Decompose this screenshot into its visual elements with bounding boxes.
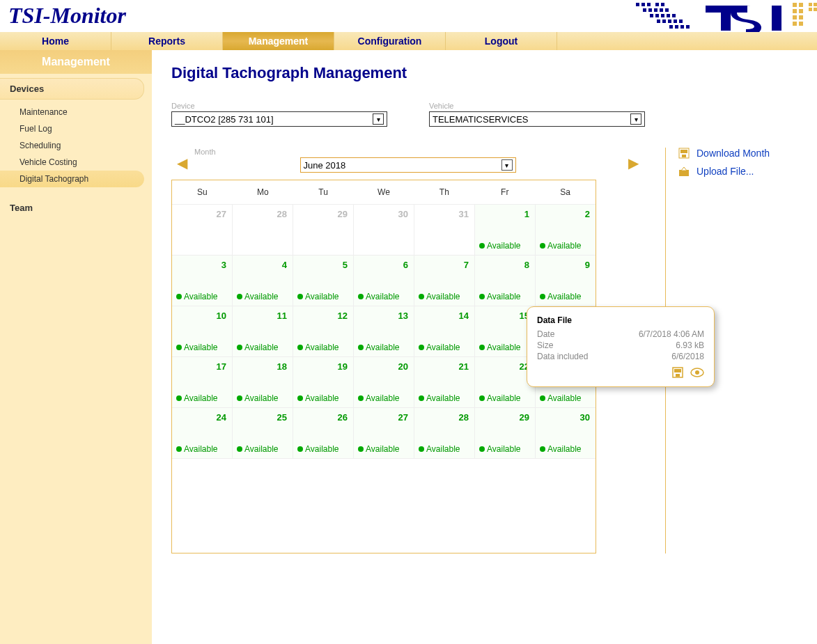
svg-rect-26: [772, 6, 781, 31]
next-month-button[interactable]: ▶: [628, 155, 639, 173]
available-badge: Available: [419, 444, 460, 454]
day-number: 17: [217, 361, 226, 372]
svg-rect-13: [667, 14, 670, 17]
calendar-day[interactable]: 11Available: [233, 306, 293, 357]
calendar-day[interactable]: 29Available: [475, 408, 536, 459]
month-label: Month: [194, 148, 216, 156]
calendar-day[interactable]: 1Available: [475, 205, 536, 256]
day-number: 24: [217, 412, 226, 423]
sidebar-item-maintenance[interactable]: Maintenance: [0, 104, 144, 120]
download-month-link[interactable]: Download Month: [678, 148, 797, 159]
calendar-day[interactable]: 2Available: [536, 205, 596, 256]
calendar-day: 28: [233, 205, 293, 256]
svg-rect-32: [799, 15, 803, 19]
svg-rect-31: [793, 15, 797, 19]
nav-configuration[interactable]: Configuration: [334, 32, 446, 50]
sidebar-item-scheduling[interactable]: Scheduling: [0, 137, 144, 154]
status-dot-icon: [358, 395, 364, 401]
sidebar-item-fuel-log[interactable]: Fuel Log: [0, 120, 144, 137]
navbar: HomeReportsManagementConfigurationLogout: [0, 32, 817, 50]
calendar-day[interactable]: 6Available: [354, 256, 414, 306]
svg-rect-2: [647, 3, 651, 6]
month-select[interactable]: June 2018 ▾: [300, 157, 516, 173]
calendar-day[interactable]: 9Available: [536, 256, 596, 306]
calendar-day[interactable]: 17Available: [172, 357, 233, 408]
calendar-day[interactable]: 13Available: [354, 306, 414, 357]
tooltip-row: Size6.93 kB: [537, 340, 704, 350]
available-badge: Available: [479, 444, 520, 454]
sidebar-item-digital-tachograph[interactable]: Digital Tachograph: [0, 171, 144, 187]
available-badge: Available: [237, 292, 278, 301]
day-number: 9: [585, 260, 590, 270]
calendar-day[interactable]: 21Available: [414, 357, 475, 408]
svg-rect-22: [680, 25, 684, 29]
weekday-header: Mo: [233, 180, 293, 204]
sidebar-section-devices[interactable]: Devices: [0, 78, 144, 100]
calendar-day: 31: [414, 205, 475, 256]
eye-icon[interactable]: [690, 367, 704, 378]
status-dot-icon: [540, 446, 545, 452]
status-dot-icon: [176, 395, 182, 401]
sidebar-item-vehicle-costing[interactable]: Vehicle Costing: [0, 154, 144, 171]
calendar-day[interactable]: 19Available: [293, 357, 354, 408]
day-number: 29: [338, 209, 348, 219]
svg-rect-38: [814, 8, 817, 11]
svg-rect-29: [793, 9, 797, 13]
sidebar-item-team[interactable]: Team: [0, 196, 152, 220]
prev-month-button[interactable]: ◀: [177, 155, 187, 173]
available-badge: Available: [176, 393, 217, 403]
calendar-day[interactable]: 27Available: [354, 408, 414, 459]
status-dot-icon: [419, 294, 424, 299]
calendar-day[interactable]: 14Available: [414, 306, 475, 357]
day-number: 3: [221, 260, 226, 270]
calendar-day[interactable]: 26Available: [293, 408, 354, 459]
svg-rect-3: [655, 3, 659, 6]
svg-rect-8: [660, 8, 663, 12]
svg-rect-37: [809, 8, 812, 11]
nav-management[interactable]: Management: [223, 32, 334, 50]
nav-home[interactable]: Home: [0, 32, 111, 50]
available-badge: Available: [176, 343, 217, 352]
vehicle-select[interactable]: TELEMATICSERVICES ▾: [429, 111, 645, 127]
available-badge: Available: [419, 343, 460, 352]
nav-reports[interactable]: Reports: [111, 32, 223, 50]
tooltip-row: Data included6/6/2018: [537, 352, 704, 361]
calendar-day[interactable]: 30Available: [536, 408, 596, 459]
device-select[interactable]: __DTCO2 [285 731 101] ▾: [171, 111, 387, 127]
svg-rect-14: [672, 14, 676, 17]
calendar-day[interactable]: 3Available: [172, 256, 233, 306]
svg-rect-15: [657, 19, 660, 23]
svg-rect-19: [679, 19, 683, 23]
calendar-day[interactable]: 8Available: [475, 256, 536, 306]
calendar-day[interactable]: 7Available: [414, 256, 475, 306]
calendar-day[interactable]: 24Available: [172, 408, 233, 459]
calendar-day[interactable]: 20Available: [354, 357, 414, 408]
upload-file-link[interactable]: Upload File...: [678, 166, 797, 177]
nav-logout[interactable]: Logout: [446, 32, 557, 50]
status-dot-icon: [358, 294, 364, 299]
chevron-down-icon: ▾: [501, 159, 513, 171]
svg-rect-11: [655, 14, 659, 17]
available-badge: Available: [358, 393, 399, 403]
status-dot-icon: [358, 446, 364, 452]
calendar-day[interactable]: 10Available: [172, 306, 233, 357]
brand-logo: [636, 0, 817, 32]
day-number: 5: [343, 260, 348, 270]
calendar-day[interactable]: 12Available: [293, 306, 354, 357]
data-file-tooltip: Data File Date6/7/2018 4:06 AMSize6.93 k…: [527, 306, 715, 387]
calendar-day[interactable]: 18Available: [233, 357, 293, 408]
calendar-day[interactable]: 28Available: [414, 408, 475, 459]
calendar-day[interactable]: 5Available: [293, 256, 354, 306]
available-badge: Available: [419, 292, 460, 301]
available-badge: Available: [540, 444, 581, 454]
status-dot-icon: [419, 395, 424, 401]
svg-rect-5: [643, 8, 646, 12]
calendar-day[interactable]: 4Available: [233, 256, 293, 306]
svg-rect-34: [799, 22, 803, 26]
available-badge: Available: [540, 292, 581, 301]
available-badge: Available: [297, 343, 339, 352]
calendar-day[interactable]: 25Available: [233, 408, 293, 459]
main-content: Digital Tachograph Management Device __D…: [152, 50, 817, 644]
save-icon[interactable]: [672, 367, 685, 378]
day-number: 20: [398, 361, 408, 372]
